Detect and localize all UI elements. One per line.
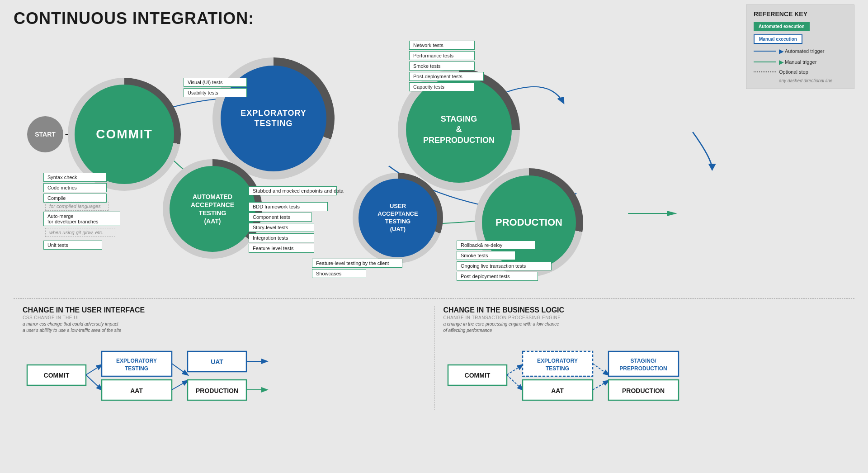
svg-line-21: [507, 365, 523, 375]
scenario-biz-subtitle: CHANGE IN TRANSACTION PROCESSING ENGINE: [443, 315, 846, 320]
commit-inner: COMMIT: [75, 85, 174, 184]
flow-svg-biz: COMMIT EXPLORATORY TESTING AAT: [443, 340, 832, 410]
label-feature-client: Feature-level testing by the client: [312, 259, 402, 268]
ref-automated: Automated execution: [754, 22, 847, 31]
svg-text:UAT: UAT: [211, 358, 223, 365]
svg-line-29: [593, 381, 609, 390]
label-component: Component tests: [249, 213, 312, 222]
svg-text:EXPLORATORY: EXPLORATORY: [116, 358, 157, 364]
uat-inner: USERACCEPTANCETESTING(UAT): [359, 179, 437, 257]
label-showcases: Showcases: [312, 269, 366, 278]
svg-text:AAT: AAT: [551, 387, 564, 394]
svg-text:TESTING: TESTING: [545, 365, 569, 372]
label-compile: Compile: [43, 194, 107, 203]
label-network-tests: Network tests: [409, 41, 475, 50]
svg-text:EXPLORATORY: EXPLORATORY: [537, 358, 578, 364]
label-post-deploy-prod: Post-deployment tests: [457, 272, 538, 281]
svg-text:PRODUCTION: PRODUCTION: [196, 387, 238, 394]
label-git-glow: when using git glow, etc.: [45, 228, 115, 237]
top-diagram: START COMMIT EXPLORATORYTESTING AUTOMATE…: [14, 33, 854, 295]
scenario-biz: CHANGE IN THE BUSINESS LOGIC CHANGE IN T…: [434, 306, 855, 410]
label-bdd: BDD framework tests: [249, 202, 328, 211]
label-smoke-tests-staging: Smoke tests: [409, 61, 475, 71]
svg-text:PREPRODUCTION: PREPRODUCTION: [619, 365, 667, 372]
label-story: Story-level tests: [249, 223, 314, 232]
flow-diagram-ui: COMMIT EXPLORATORY TESTING AAT: [23, 340, 425, 410]
label-stubbed: Stubbed and mocked endpoints and data: [249, 186, 337, 195]
staging-inner: STAGING&PREPRODUCTION: [406, 77, 512, 183]
flow-diagram-biz: COMMIT EXPLORATORY TESTING AAT: [443, 340, 846, 410]
production-circle: PRODUCTION: [475, 168, 583, 277]
scenario-biz-desc: a change in the core processing engine w…: [443, 321, 846, 334]
start-node: START: [27, 116, 63, 152]
section-divider: [14, 298, 854, 299]
label-visual-tests: Visual (UI) tests: [184, 78, 247, 87]
bottom-section: CHANGE IN THE USER INTERFACE CSS CHANGE …: [14, 306, 854, 410]
scenario-ui: CHANGE IN THE USER INTERFACE CSS CHANGE …: [14, 306, 434, 410]
label-code-metrics: Code metrics: [43, 183, 107, 192]
svg-text:TESTING: TESTING: [125, 365, 148, 372]
svg-line-3: [86, 365, 102, 375]
scenario-ui-desc: a mirror css change that could adversely…: [23, 321, 425, 334]
flow-svg-ui: COMMIT EXPLORATORY TESTING AAT: [23, 340, 393, 410]
label-usability-tests: Usability tests: [184, 88, 247, 97]
aat-circle: AUTOMATEDACCEPTANCETESTING(AAT): [163, 159, 262, 259]
label-post-deployment-staging: Post-deployment tests: [409, 72, 484, 81]
label-capacity-tests: Capacity tests: [409, 82, 475, 91]
scenario-ui-title: CHANGE IN THE USER INTERFACE: [23, 306, 425, 314]
label-unit-tests: Unit tests: [43, 241, 102, 250]
aat-inner: AUTOMATEDACCEPTANCETESTING(AAT): [170, 166, 255, 252]
label-ongoing: Ongoing live transaction tests: [457, 261, 552, 270]
page-title: CONTINUOUS INTEGRATION:: [14, 9, 854, 28]
label-feature-aat: Feature-level tests: [249, 244, 314, 253]
uat-circle: USERACCEPTANCETESTING(UAT): [353, 173, 443, 263]
label-syntax-check: Syntax check: [43, 173, 107, 182]
scenario-biz-title: CHANGE IN THE BUSINESS LOGIC: [443, 306, 846, 314]
svg-line-28: [593, 364, 609, 375]
svg-text:STAGING/: STAGING/: [630, 358, 656, 364]
label-automerge: Auto-mergefor developer branches: [43, 212, 120, 226]
svg-text:PRODUCTION: PRODUCTION: [622, 387, 664, 394]
scenario-ui-subtitle: CSS CHANGE IN THE UI: [23, 315, 425, 320]
svg-text:COMMIT: COMMIT: [464, 372, 490, 379]
svg-line-22: [507, 375, 523, 390]
label-performance-tests: Performance tests: [409, 51, 475, 60]
label-rollback: Rollback& re-deloy: [457, 241, 536, 250]
ref-auto-box: Automated execution: [754, 22, 810, 31]
label-integration: Integration tests: [249, 233, 314, 242]
label-smoke-prod: Smoke tests: [457, 251, 515, 260]
svg-line-11: [172, 364, 188, 375]
ref-key-title: REFERENCE KEY: [754, 10, 847, 18]
svg-line-12: [172, 381, 188, 390]
svg-text:COMMIT: COMMIT: [44, 372, 70, 379]
label-compiled-lang: for compiled languages: [45, 202, 108, 211]
svg-line-4: [86, 375, 102, 390]
main-container: CONTINUOUS INTEGRATION: REFERENCE KEY Au…: [0, 0, 868, 473]
svg-text:AAT: AAT: [130, 387, 143, 394]
